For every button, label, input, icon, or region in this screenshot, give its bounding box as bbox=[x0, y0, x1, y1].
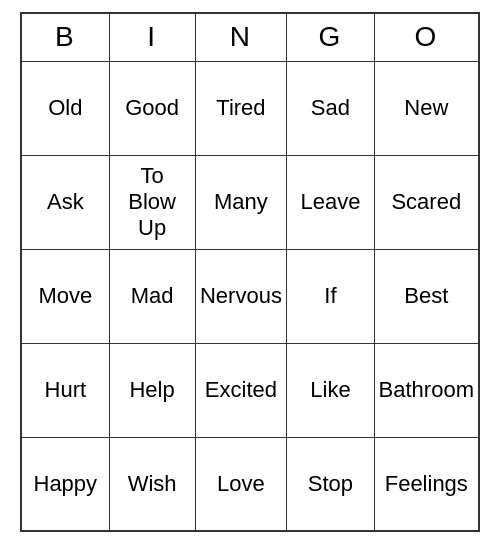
bingo-cell-0-1: Good bbox=[109, 61, 195, 155]
bingo-cell-1-3: Leave bbox=[287, 155, 374, 249]
header-cell-o: O bbox=[374, 13, 479, 61]
bingo-cell-4-1: Wish bbox=[109, 437, 195, 531]
bingo-row-0: OldGoodTiredSadNew bbox=[21, 61, 479, 155]
bingo-cell-2-2: Nervous bbox=[195, 249, 287, 343]
header-cell-i: I bbox=[109, 13, 195, 61]
bingo-cell-1-0: Ask bbox=[21, 155, 109, 249]
bingo-cell-2-0: Move bbox=[21, 249, 109, 343]
bingo-cell-0-3: Sad bbox=[287, 61, 374, 155]
header-cell-n: N bbox=[195, 13, 287, 61]
bingo-cell-0-0: Old bbox=[21, 61, 109, 155]
bingo-row-1: AskTo Blow UpManyLeaveScared bbox=[21, 155, 479, 249]
bingo-cell-4-4: Feelings bbox=[374, 437, 479, 531]
bingo-cell-1-4: Scared bbox=[374, 155, 479, 249]
bingo-card: BINGO OldGoodTiredSadNewAskTo Blow UpMan… bbox=[20, 12, 480, 532]
bingo-cell-4-2: Love bbox=[195, 437, 287, 531]
bingo-row-3: HurtHelpExcitedLikeBathroom bbox=[21, 343, 479, 437]
bingo-cell-4-0: Happy bbox=[21, 437, 109, 531]
bingo-cell-4-3: Stop bbox=[287, 437, 374, 531]
bingo-cell-2-3: If bbox=[287, 249, 374, 343]
bingo-cell-3-3: Like bbox=[287, 343, 374, 437]
bingo-cell-0-4: New bbox=[374, 61, 479, 155]
header-cell-b: B bbox=[21, 13, 109, 61]
bingo-row-2: MoveMadNervousIfBest bbox=[21, 249, 479, 343]
bingo-cell-1-1: To Blow Up bbox=[109, 155, 195, 249]
bingo-cell-2-1: Mad bbox=[109, 249, 195, 343]
bingo-cell-3-0: Hurt bbox=[21, 343, 109, 437]
bingo-cell-1-2: Many bbox=[195, 155, 287, 249]
bingo-cell-2-4: Best bbox=[374, 249, 479, 343]
bingo-cell-3-4: Bathroom bbox=[374, 343, 479, 437]
bingo-cell-3-2: Excited bbox=[195, 343, 287, 437]
bingo-row-4: HappyWishLoveStopFeelings bbox=[21, 437, 479, 531]
bingo-header-row: BINGO bbox=[21, 13, 479, 61]
header-cell-g: G bbox=[287, 13, 374, 61]
bingo-cell-0-2: Tired bbox=[195, 61, 287, 155]
bingo-cell-3-1: Help bbox=[109, 343, 195, 437]
